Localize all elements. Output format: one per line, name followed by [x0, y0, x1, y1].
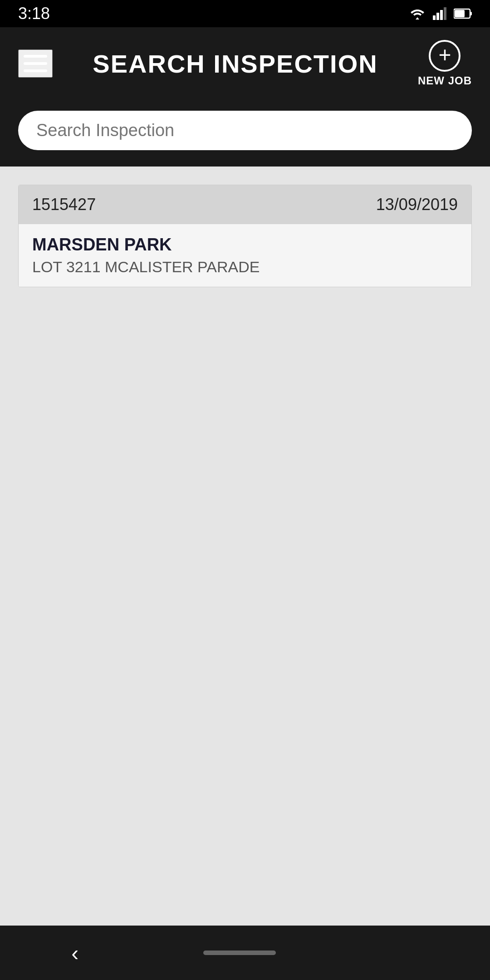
bottom-bar: ‹ [0, 926, 490, 980]
inspection-card-header: 1515427 13/09/2019 [19, 185, 471, 224]
svg-rect-2 [440, 10, 443, 20]
status-bar: 3:18 [0, 0, 490, 27]
inspection-date: 13/09/2019 [376, 195, 458, 214]
menu-button[interactable] [18, 49, 53, 78]
content-area: 1515427 13/09/2019 MARSDEN PARK LOT 3211… [0, 167, 490, 926]
hamburger-line-1 [24, 55, 47, 58]
hamburger-line-2 [24, 62, 47, 65]
inspection-id: 1515427 [32, 195, 96, 214]
status-icons [409, 7, 472, 20]
inspection-card[interactable]: 1515427 13/09/2019 MARSDEN PARK LOT 3211… [18, 185, 472, 287]
hamburger-line-3 [24, 69, 47, 72]
search-container [0, 100, 490, 167]
svg-rect-1 [436, 13, 439, 20]
home-indicator[interactable] [203, 951, 276, 955]
inspection-suburb: MARSDEN PARK [32, 235, 458, 255]
search-input[interactable] [36, 121, 454, 140]
inspection-card-body: MARSDEN PARK LOT 3211 MCALISTER PARADE [19, 224, 471, 287]
new-job-label: NEW JOB [418, 74, 472, 87]
new-job-icon: + [429, 40, 461, 72]
svg-rect-0 [433, 15, 436, 20]
status-time: 3:18 [18, 4, 50, 23]
signal-icon [433, 7, 446, 20]
wifi-icon [409, 7, 426, 20]
plus-icon: + [438, 44, 451, 66]
svg-rect-5 [470, 12, 472, 15]
svg-rect-6 [455, 10, 465, 17]
search-input-wrapper [18, 111, 472, 150]
battery-icon [454, 8, 472, 19]
inspection-address: LOT 3211 MCALISTER PARADE [32, 258, 458, 276]
back-button[interactable]: ‹ [53, 936, 97, 970]
svg-rect-3 [444, 7, 446, 20]
page-title: SEARCH INSPECTION [93, 49, 377, 78]
nav-bar: SEARCH INSPECTION + NEW JOB [0, 27, 490, 100]
new-job-button[interactable]: + NEW JOB [418, 40, 472, 87]
